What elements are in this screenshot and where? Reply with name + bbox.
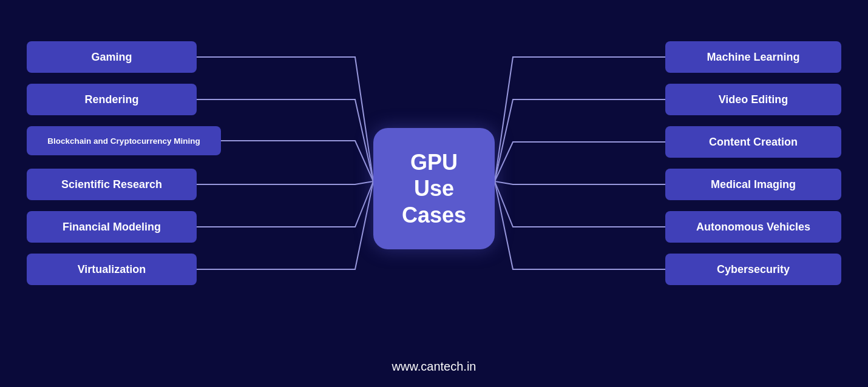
pill-left-virtualization: Virtualization: [27, 254, 197, 285]
pill-right-medical: Medical Imaging: [665, 169, 841, 200]
pill-left-financial: Financial Modeling: [27, 211, 197, 243]
pill-left-blockchain: Blockchain and Cryptocurrency Mining: [27, 126, 221, 155]
pill-left-gaming: Gaming: [27, 41, 197, 73]
center-title: GPUUseCases: [402, 149, 466, 228]
diagram-container: GPUUseCases GamingRenderingBlockchain an…: [0, 0, 868, 387]
pill-left-scientific: Scientific Research: [27, 169, 197, 200]
pill-right-cyber: Cybersecurity: [665, 254, 841, 285]
pill-right-autonomous: Autonomous Vehicles: [665, 211, 841, 243]
footer: www.cantech.in: [0, 360, 868, 374]
center-box: GPUUseCases: [373, 128, 495, 249]
footer-text: www.cantech.in: [392, 360, 476, 373]
pill-left-rendering: Rendering: [27, 84, 197, 115]
pill-right-content: Content Creation: [665, 126, 841, 158]
pill-right-video: Video Editing: [665, 84, 841, 115]
pill-right-ml: Machine Learning: [665, 41, 841, 73]
